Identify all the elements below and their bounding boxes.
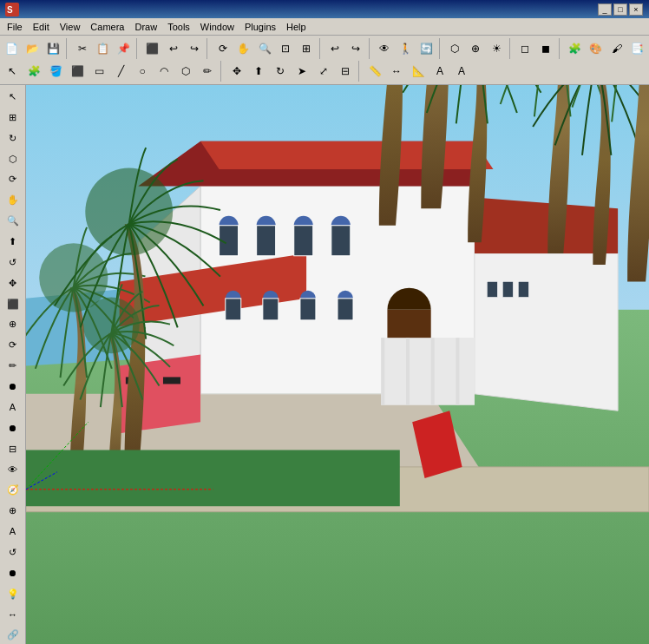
left-btn-13[interactable]: ✏ [3,356,23,376]
menu-item-camera[interactable]: Camera [85,20,129,34]
toolbar-btn-32[interactable]: 🧩 [565,38,585,59]
toolbar-btn-6[interactable]: 📌 [114,38,134,59]
toolbar2-btn-4[interactable]: ▭ [88,61,109,82]
scene-canvas[interactable] [26,85,649,644]
toolbar-btn-19[interactable]: ↪ [346,38,366,59]
left-btn-0[interactable]: ↖ [3,87,23,107]
toolbar2-btn-15[interactable]: ⤢ [313,61,334,82]
left-btn-20[interactable]: ⊕ [3,501,23,521]
menu-item-edit[interactable]: Edit [28,20,55,34]
maximize-button[interactable]: □ [613,3,627,16]
toolbar-btn-22[interactable]: 🚶 [396,38,416,59]
left-btn-21[interactable]: A [3,522,23,542]
left-btn-25[interactable]: ↔ [3,604,23,624]
toolbar-btn-25[interactable]: ⬡ [445,38,465,59]
left-btn-8[interactable]: ↺ [3,253,23,273]
toolbar-btn-13[interactable]: ✋ [233,38,253,59]
toolbar2-btn-11[interactable]: ✥ [226,61,247,82]
left-btn-6[interactable]: 🔍 [3,211,23,231]
toolbar2-btn-14[interactable]: ➤ [292,61,312,82]
left-btn-24[interactable]: 💡 [3,584,23,604]
left-btn-11[interactable]: ⊕ [3,314,23,334]
left-btn-4[interactable]: ⟳ [3,169,23,189]
svg-text:S: S [7,5,13,15]
menu-item-plugins[interactable]: Plugins [239,20,281,34]
left-btn-23[interactable]: ⏺ [3,563,23,583]
left-btn-19[interactable]: 🧭 [3,480,23,500]
menu-item-tools[interactable]: Tools [162,20,195,34]
toolbar-btn-21[interactable]: 👁 [375,38,395,59]
toolbar-btn-27[interactable]: ☀ [487,38,507,59]
toolbar2-btn-7[interactable]: ◠ [154,61,174,82]
left-btn-7[interactable]: ⬆ [3,232,23,252]
toolbar-btn-23[interactable]: 🔄 [416,38,436,59]
left-btn-14[interactable]: ⏺ [3,377,23,397]
left-btn-15[interactable]: A [3,398,23,417]
toolbar-sep-11 [206,38,210,59]
left-btn-26[interactable]: 🔗 [3,625,23,644]
toolbar-btn-35[interactable]: 📑 [627,38,647,59]
toolbar2-btn-6[interactable]: ○ [132,61,153,82]
left-btn-3[interactable]: ⬡ [3,149,23,169]
toolbar2-btn-3[interactable]: ⬛ [67,61,88,82]
toolbar-btn-4[interactable]: ✂ [72,38,92,59]
toolbar2-btn-12[interactable]: ⬆ [248,61,269,82]
toolbar-btn-9[interactable]: ↩ [163,38,183,59]
menu-item-window[interactable]: Window [195,20,239,34]
toolbar-btn-14[interactable]: 🔍 [254,38,274,59]
left-btn-5[interactable]: ✋ [3,190,23,210]
toolbar2-btn-2[interactable]: 🪣 [45,61,66,82]
left-btn-10[interactable]: ⬛ [3,294,23,314]
toolbar-btn-26[interactable]: ⊕ [466,38,486,59]
menu-item-view[interactable]: View [55,20,86,34]
toolbar-btn-5[interactable]: 📋 [93,38,113,59]
left-btn-9[interactable]: ✥ [3,273,23,293]
toolbar-btn-8[interactable]: ⬛ [142,38,162,59]
toolbar-area: 📄📂💾✂📋📌⬛↩↪⟳✋🔍⊡⊞↩↪👁🚶🔄⬡⊕☀◻◼🧩🎨🖌📑 ↖🧩🪣⬛▭╱○◠⬡✏✥… [0,36,649,85]
left-btn-18[interactable]: 👁 [3,459,23,479]
toolbar-sep-17 [319,38,323,59]
toolbar-btn-1[interactable]: 📂 [23,38,43,59]
left-btn-2[interactable]: ↻ [3,128,23,148]
toolbar-btn-16[interactable]: ⊞ [297,38,317,59]
toolbar-btn-33[interactable]: 🎨 [586,38,606,59]
toolbar2-btn-9[interactable]: ✏ [197,61,218,82]
toolbar-sep-24 [439,38,442,59]
menu-item-file[interactable]: File [2,20,28,34]
menu-bar: FileEditViewCameraDrawToolsWindowPlugins… [0,18,649,36]
main-area: ↖⊞↻⬡⟳✋🔍⬆↺✥⬛⊕⟳✏⏺A⏺⊟👁🧭⊕A↺⏺💡↔🔗 [0,85,649,644]
minimize-button[interactable]: _ [598,3,612,16]
toolbar2-btn-1[interactable]: 🧩 [23,61,44,82]
toolbar-btn-10[interactable]: ↪ [184,38,204,59]
toolbar2-btn-0[interactable]: ↖ [2,61,23,82]
close-button[interactable]: × [629,3,643,16]
toolbar2-btn-8[interactable]: ⬡ [175,61,196,82]
left-btn-17[interactable]: ⊟ [3,439,23,459]
toolbar-sep-31 [559,38,562,59]
toolbar-row2: ↖🧩🪣⬛▭╱○◠⬡✏✥⬆↻➤⤢⊟📏↔📐AA [2,60,647,82]
canvas-area[interactable] [26,85,649,644]
toolbar-btn-18[interactable]: ↩ [325,38,345,59]
toolbar2-btn-16[interactable]: ⊟ [335,61,356,82]
left-btn-1[interactable]: ⊞ [3,108,23,128]
toolbar2-btn-18[interactable]: 📏 [364,61,385,82]
toolbar-btn-15[interactable]: ⊡ [276,38,296,59]
toolbar-btn-12[interactable]: ⟳ [213,38,233,59]
toolbar-btn-0[interactable]: 📄 [2,38,22,59]
toolbar-btn-30[interactable]: ◼ [536,38,556,59]
toolbar2-btn-20[interactable]: 📐 [408,61,429,82]
toolbar2-btn-13[interactable]: ↻ [270,61,291,82]
toolbar2-btn-5[interactable]: ╱ [110,61,131,82]
toolbar2-btn-21[interactable]: A [429,61,450,82]
toolbar-btn-29[interactable]: ◻ [515,38,535,59]
toolbar-btn-2[interactable]: 💾 [43,38,63,59]
toolbar-btn-34[interactable]: 🖌 [606,38,626,59]
toolbar2-btn-19[interactable]: ↔ [386,61,407,82]
left-btn-16[interactable]: ⏺ [3,418,23,438]
toolbar2-btn-22[interactable]: A [451,61,472,82]
toolbar-sep-7 [136,38,140,59]
left-btn-22[interactable]: ↺ [3,542,23,562]
menu-item-help[interactable]: Help [281,20,311,34]
menu-item-draw[interactable]: Draw [129,20,162,34]
left-btn-12[interactable]: ⟳ [3,335,23,355]
